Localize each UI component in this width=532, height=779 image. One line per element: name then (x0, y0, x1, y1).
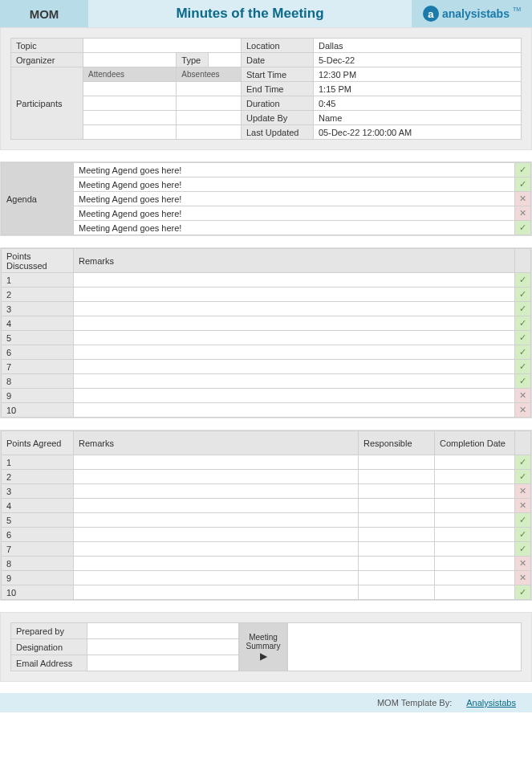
points-discussed-table: Points Discussed Remarks 1✓2✓3✓4✓5✓6✓7✓8… (1, 248, 531, 418)
pa-completion[interactable] (435, 470, 515, 484)
pa-responsible[interactable] (359, 484, 435, 499)
email-label: Email Address (11, 655, 87, 671)
start-value[interactable]: 12:30 PM (313, 67, 521, 82)
summary-text-area[interactable] (287, 622, 522, 671)
updateby-value[interactable]: Name (313, 111, 521, 125)
pa-completion[interactable] (435, 484, 515, 499)
pa-remark[interactable] (74, 585, 359, 600)
attendee-cell[interactable] (83, 125, 177, 140)
participants-label: Participants (11, 67, 83, 140)
pa-remark[interactable] (74, 528, 359, 542)
attendee-cell[interactable] (83, 96, 177, 111)
pa-completion[interactable] (435, 499, 515, 513)
x-icon: ✕ (515, 484, 531, 499)
agenda-item[interactable]: Meeting Agend goes here! (74, 221, 515, 235)
info-section: Topic Location Dallas Organizer Type Dat… (0, 27, 532, 150)
attendee-cell[interactable] (83, 111, 177, 125)
start-label: Start Time (241, 67, 313, 82)
absentee-cell[interactable] (177, 96, 242, 111)
pa-responsible[interactable] (359, 455, 435, 470)
pa-completion[interactable] (435, 455, 515, 470)
pa-responsible[interactable] (359, 499, 435, 513)
pd-row-num: 7 (2, 360, 74, 374)
duration-value[interactable]: 0:45 (313, 96, 521, 111)
designation-value[interactable] (87, 639, 239, 655)
pd-remark[interactable] (74, 288, 515, 302)
pd-row-num: 4 (2, 316, 74, 331)
absentee-cell[interactable] (177, 125, 242, 140)
pa-row-num: 3 (2, 484, 74, 499)
pa-completion[interactable] (435, 585, 515, 600)
agenda-item[interactable]: Meeting Agend goes here! (74, 177, 515, 192)
location-value[interactable]: Dallas (313, 39, 521, 53)
pa-responsible[interactable] (359, 571, 435, 585)
email-value[interactable] (87, 655, 239, 671)
footer-bar: MOM Template By: Analysistabs (0, 693, 532, 712)
pd-remark[interactable] (74, 316, 515, 331)
pa-completion[interactable] (435, 557, 515, 571)
pa-responsible[interactable] (359, 542, 435, 557)
pd-remark[interactable] (74, 389, 515, 403)
pd-row-num: 1 (2, 273, 74, 288)
lastupdated-label: Last Updated (241, 125, 313, 140)
pa-responsible[interactable] (359, 470, 435, 484)
check-icon: ✓ (515, 470, 531, 484)
absentee-cell[interactable] (177, 82, 242, 96)
date-value[interactable]: 5-Dec-22 (313, 53, 521, 67)
summary-left-table: Prepared by Designation Email Address (10, 622, 239, 671)
pa-responsible[interactable] (359, 585, 435, 600)
pa-remark[interactable] (74, 513, 359, 528)
pa-row-num: 4 (2, 499, 74, 513)
pa-row-num: 8 (2, 557, 74, 571)
pa-completion[interactable] (435, 542, 515, 557)
footer-link[interactable]: Analysistabs (466, 698, 516, 708)
topic-value[interactable] (83, 39, 242, 53)
pa-remark[interactable] (74, 557, 359, 571)
pa-responsible[interactable] (359, 557, 435, 571)
pa-remark[interactable] (74, 542, 359, 557)
agenda-item[interactable]: Meeting Agend goes here! (74, 163, 515, 177)
prepared-value[interactable] (87, 623, 239, 639)
pa-remark[interactable] (74, 571, 359, 585)
pa-responsible[interactable] (359, 528, 435, 542)
pd-col-status (515, 249, 531, 273)
agenda-item[interactable]: Meeting Agend goes here! (74, 206, 515, 221)
meeting-summary-button[interactable]: Meeting Summary ▶ (239, 622, 287, 671)
pd-remark[interactable] (74, 345, 515, 360)
header-bar: MOM Minutes of the Meeting a analysistab… (0, 0, 532, 27)
logo-text: analysistabs (442, 7, 510, 20)
pa-completion[interactable] (435, 513, 515, 528)
pd-row-num: 2 (2, 288, 74, 302)
pa-remark[interactable] (74, 455, 359, 470)
lastupdated-value[interactable]: 05-Dec-22 12:00:00 AM (313, 125, 521, 140)
agenda-table: AgendaMeeting Agend goes here!✓Meeting A… (1, 162, 531, 235)
pa-completion[interactable] (435, 571, 515, 585)
pd-col2: Remarks (74, 249, 515, 273)
pa-responsible[interactable] (359, 513, 435, 528)
header-logo: a analysistabsTM (412, 0, 532, 27)
info-table: Topic Location Dallas Organizer Type Dat… (10, 38, 522, 140)
pd-remark[interactable] (74, 403, 515, 418)
pd-remark[interactable] (74, 273, 515, 288)
type-value[interactable] (209, 53, 242, 67)
pd-row-num: 9 (2, 389, 74, 403)
pa-remark[interactable] (74, 470, 359, 484)
pa-row-num: 7 (2, 542, 74, 557)
pd-remark[interactable] (74, 360, 515, 374)
check-icon: ✓ (515, 455, 531, 470)
pd-remark[interactable] (74, 302, 515, 316)
absentee-cell[interactable] (177, 111, 242, 125)
pd-row-num: 3 (2, 302, 74, 316)
pa-remark[interactable] (74, 499, 359, 513)
pd-remark[interactable] (74, 374, 515, 389)
topic-label: Topic (11, 39, 83, 53)
arrow-icon: ▶ (260, 651, 267, 662)
agenda-section: AgendaMeeting Agend goes here!✓Meeting A… (0, 161, 532, 236)
pa-remark[interactable] (74, 484, 359, 499)
agenda-item[interactable]: Meeting Agend goes here! (74, 192, 515, 206)
organizer-value[interactable] (83, 53, 177, 67)
pa-completion[interactable] (435, 528, 515, 542)
end-value[interactable]: 1:15 PM (313, 82, 521, 96)
attendee-cell[interactable] (83, 82, 177, 96)
pd-remark[interactable] (74, 331, 515, 345)
